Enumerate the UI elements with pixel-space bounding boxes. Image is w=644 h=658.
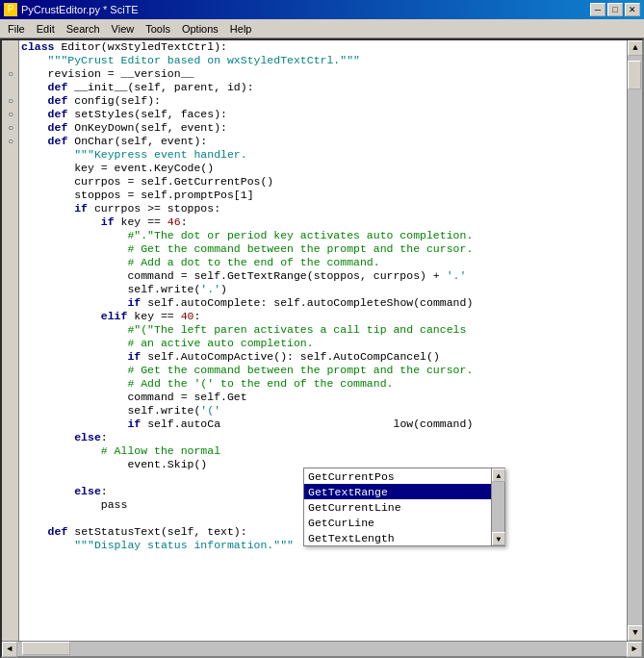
ln-30 — [2, 431, 19, 444]
line-41 — [19, 579, 627, 593]
autocomplete-item-4[interactable]: GetTextLength — [304, 530, 491, 545]
h-scroll-right[interactable]: ► — [627, 642, 642, 657]
horizontal-scrollbar: ◄ ► — [2, 641, 642, 656]
maximize-button[interactable]: □ — [607, 3, 623, 16]
line-39 — [19, 552, 627, 566]
line-25: # Get the command between the prompt and… — [19, 364, 627, 377]
line-30: else: — [19, 431, 627, 444]
line-14: if key == 46: — [19, 215, 627, 229]
h-scroll-left[interactable]: ◄ — [2, 642, 17, 657]
ln-22 — [2, 323, 19, 337]
autocomplete-dropdown: GetCurrentPos GetTextRange GetCurrentLin… — [303, 468, 505, 546]
line-31: # Allow the normal — [19, 444, 627, 458]
ln-4 — [2, 81, 19, 94]
line-8: def OnChar(self, event): — [19, 135, 627, 148]
line-13: if currpos >= stoppos: — [19, 202, 627, 215]
line-15: #"."The dot or period key activates auto… — [19, 229, 627, 242]
autocomplete-item-1[interactable]: GetTextRange — [304, 484, 491, 499]
line-6: def setStyles(self, faces): — [19, 108, 627, 121]
ln-19 — [2, 283, 19, 296]
ln-18 — [2, 269, 19, 283]
line-43 — [19, 606, 627, 620]
ln-28 — [2, 404, 19, 418]
window-title: PyCrustEditor.py * SciTE — [21, 4, 139, 15]
ln-11 — [2, 175, 19, 189]
close-button[interactable]: ✕ — [625, 3, 640, 16]
ln-25 — [2, 364, 19, 377]
ln-34 — [2, 485, 19, 498]
line-9: """Keypress event handler. — [19, 148, 627, 162]
line-17: # Add a dot to the end of the command. — [19, 256, 627, 269]
ln-36 — [2, 512, 19, 525]
ln-43 — [2, 606, 19, 620]
autocomplete-item-0[interactable]: GetCurrentPos — [304, 468, 491, 484]
scroll-down-button[interactable]: ▼ — [628, 625, 642, 641]
ln-20 — [2, 296, 19, 310]
ln-37 — [2, 525, 19, 539]
ln-12 — [2, 189, 19, 202]
line-18: command = self.GetTextRange(stoppos, cur… — [19, 269, 627, 283]
ln-15 — [2, 229, 19, 242]
menu-view[interactable]: View — [106, 21, 141, 37]
ln-26 — [2, 377, 19, 391]
ln-7 — [2, 121, 19, 135]
window-controls: ─ □ ✕ — [590, 3, 640, 16]
ln-21 — [2, 310, 19, 323]
ln-14 — [2, 215, 19, 229]
line-29: if self.autoCa low(command) — [19, 418, 627, 431]
menu-tools[interactable]: Tools — [140, 21, 176, 37]
ln-35 — [2, 498, 19, 512]
h-scroll-thumb[interactable] — [22, 642, 70, 655]
ln-10 — [2, 162, 19, 175]
ln-29 — [2, 418, 19, 431]
ln-39 — [2, 552, 19, 566]
ln-33 — [2, 471, 19, 485]
ln-24 — [2, 350, 19, 364]
ac-scroll-up[interactable]: ▲ — [492, 468, 505, 482]
ln-27 — [2, 391, 19, 404]
autocomplete-item-3[interactable]: GetCurLine — [304, 515, 491, 530]
line-numbers — [2, 40, 19, 641]
menu-bar: File Edit Search View Tools Options Help — [0, 19, 644, 38]
vertical-scrollbar: ▲ ▼ — [627, 40, 642, 641]
autocomplete-scrollbar: ▲ ▼ — [491, 468, 504, 545]
menu-file[interactable]: File — [2, 21, 31, 37]
line-2: """PyCrust Editor based on wxStyledTextC… — [19, 54, 627, 67]
line-42 — [19, 593, 627, 606]
minimize-button[interactable]: ─ — [590, 3, 605, 16]
app-icon: P — [4, 3, 17, 16]
ln-2 — [2, 54, 19, 67]
ln-23 — [2, 337, 19, 350]
scroll-thumb[interactable] — [628, 61, 641, 89]
menu-help[interactable]: Help — [224, 21, 258, 37]
scroll-up-button[interactable]: ▲ — [628, 40, 642, 56]
line-20: if self.autoComplete: self.autoCompleteS… — [19, 296, 627, 310]
line-4: def __init__(self, parent, id): — [19, 81, 627, 94]
ln-17 — [2, 256, 19, 269]
line-28: self.write('(' — [19, 404, 627, 418]
line-44 — [19, 620, 627, 633]
scroll-track[interactable] — [628, 56, 642, 625]
line-10: key = event.KeyCode() — [19, 162, 627, 175]
menu-search[interactable]: Search — [61, 21, 106, 37]
ln-3 — [2, 67, 19, 81]
line-40 — [19, 566, 627, 579]
h-scroll-track[interactable] — [17, 642, 627, 656]
line-22: #"("The left paren activates a call tip … — [19, 323, 627, 337]
line-11: currpos = self.GetCurrentPos() — [19, 175, 627, 189]
menu-options[interactable]: Options — [176, 21, 224, 37]
code-editor[interactable]: class Editor(wxStyledTextCtrl): """PyCru… — [19, 40, 627, 641]
ln-38 — [2, 539, 19, 552]
line-1: class Editor(wxStyledTextCtrl): — [19, 40, 627, 54]
ln-16 — [2, 242, 19, 256]
ac-scroll-down[interactable]: ▼ — [492, 532, 505, 545]
line-16: # Get the command between the prompt and… — [19, 242, 627, 256]
ln-32 — [2, 458, 19, 471]
editor-window: class Editor(wxStyledTextCtrl): """PyCru… — [0, 38, 644, 658]
ln-9 — [2, 148, 19, 162]
ac-scroll-track — [492, 482, 504, 532]
ln-44 — [2, 620, 19, 633]
menu-edit[interactable]: Edit — [31, 21, 61, 37]
autocomplete-item-2[interactable]: GetCurrentLine — [304, 499, 491, 515]
line-27: command = self.Get — [19, 391, 627, 404]
